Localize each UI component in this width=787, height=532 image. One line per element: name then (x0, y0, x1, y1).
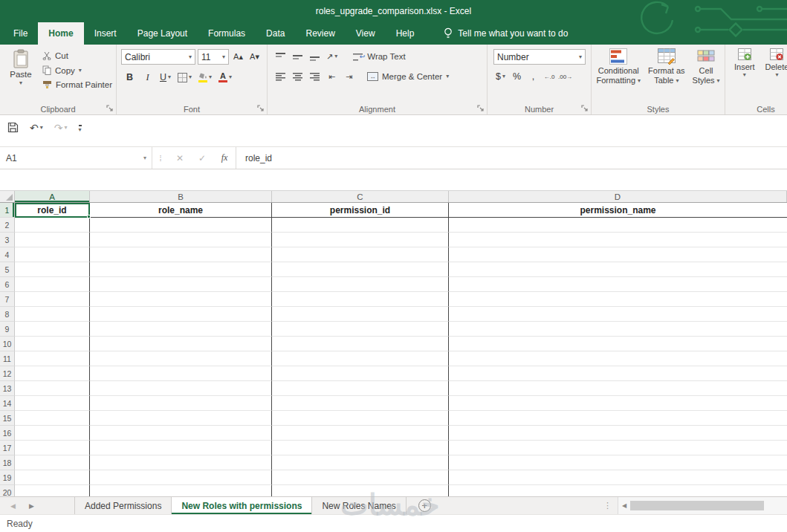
row-header-18[interactable]: 18 (0, 455, 15, 470)
cell-c16[interactable] (272, 426, 449, 441)
paste-button[interactable]: Paste ▾ (4, 47, 37, 90)
cell-b3[interactable] (90, 233, 272, 247)
cell-a17[interactable] (15, 441, 90, 455)
cell-b12[interactable] (90, 366, 272, 381)
cell-b6[interactable] (90, 277, 272, 292)
merge-center-button[interactable]: ↔ Merge & Center ▾ (365, 71, 451, 82)
row-header-19[interactable]: 19 (0, 470, 15, 485)
cell-b5[interactable] (90, 262, 272, 277)
cell-d17[interactable] (449, 441, 787, 455)
row-header-15[interactable]: 15 (0, 411, 15, 426)
align-right-button[interactable] (308, 69, 322, 84)
cell-c4[interactable] (272, 247, 449, 262)
cell-b2[interactable] (90, 218, 272, 233)
row-header-13[interactable]: 13 (0, 381, 15, 396)
cell-a6[interactable] (15, 277, 90, 292)
cell-d3[interactable] (449, 233, 787, 247)
increase-indent-button[interactable]: ⇥ (342, 69, 356, 84)
decrease-decimal-button[interactable]: .00→ (558, 70, 572, 83)
menu-tab-data[interactable]: Data (256, 22, 295, 45)
cell-b8[interactable] (90, 307, 272, 322)
format-painter-button[interactable]: Format Painter (40, 80, 114, 90)
column-header-a[interactable]: A (15, 191, 90, 202)
align-middle-button[interactable] (291, 49, 305, 64)
name-box[interactable]: A1 ▾ (0, 147, 152, 169)
cell-a1[interactable]: role_id (15, 203, 90, 218)
alignment-dialog-launcher[interactable] (477, 105, 485, 112)
row-header-4[interactable]: 4 (0, 247, 15, 262)
menu-tab-view[interactable]: View (346, 22, 386, 45)
cell-c20[interactable] (272, 485, 449, 496)
conditional-formatting-button[interactable]: Conditional Formatting▾ (593, 48, 644, 86)
sheet-tab-new-roles-with-permissions[interactable]: New Roles with permissions (172, 497, 312, 514)
menu-tab-file[interactable]: File (3, 22, 38, 45)
decrease-font-size-button[interactable]: A▾ (247, 50, 262, 65)
cell-b13[interactable] (90, 381, 272, 396)
currency-format-button[interactable]: $ ▾ (493, 69, 508, 84)
column-header-b[interactable]: B (90, 191, 272, 202)
cell-c10[interactable] (272, 337, 449, 351)
decrease-indent-button[interactable]: ⇤ (325, 69, 339, 84)
cell-b1[interactable]: role_name (90, 203, 272, 218)
row-header-6[interactable]: 6 (0, 277, 15, 292)
row-header-20[interactable]: 20 (0, 485, 15, 496)
cell-c3[interactable] (272, 233, 449, 247)
row-header-17[interactable]: 17 (0, 441, 15, 455)
cell-b11[interactable] (90, 351, 272, 366)
cell-b10[interactable] (90, 337, 272, 351)
cell-a19[interactable] (15, 470, 90, 485)
cell-d9[interactable] (449, 322, 787, 337)
cell-d7[interactable] (449, 292, 787, 307)
cell-c18[interactable] (272, 455, 449, 470)
sheet-nav-next-button[interactable]: ▶ (29, 502, 34, 510)
borders-button[interactable]: ▾ (176, 70, 193, 85)
percent-format-button[interactable]: % (510, 69, 524, 84)
cell-b16[interactable] (90, 426, 272, 441)
row-header-2[interactable]: 2 (0, 218, 15, 233)
cell-c9[interactable] (272, 322, 449, 337)
menu-tab-home[interactable]: Home (38, 22, 83, 45)
menu-tab-formulas[interactable]: Formulas (198, 22, 256, 45)
row-header-10[interactable]: 10 (0, 337, 15, 351)
align-center-button[interactable] (291, 69, 305, 84)
cut-button[interactable]: Cut (40, 51, 114, 61)
cell-a8[interactable] (15, 307, 90, 322)
sheet-tab-added-permissions[interactable]: Added Permissions (75, 497, 172, 514)
customize-quick-access-button[interactable]: ▾ (79, 125, 82, 133)
font-size-combo[interactable]: 11 ▾ (198, 49, 229, 65)
cell-b14[interactable] (90, 396, 272, 411)
sheet-nav-prev-button[interactable]: ◀ (10, 502, 16, 510)
cell-a2[interactable] (15, 218, 90, 233)
scroll-left-arrow[interactable]: ◀ (618, 502, 630, 509)
column-header-c[interactable]: C (272, 191, 449, 202)
cell-styles-button[interactable]: Cell Styles▾ (690, 48, 723, 86)
formula-input[interactable]: role_id (236, 147, 787, 169)
insert-cells-button[interactable]: Insert ▾ (731, 48, 758, 79)
clipboard-dialog-launcher[interactable] (106, 105, 114, 112)
cell-c19[interactable] (272, 470, 449, 485)
cell-a9[interactable] (15, 322, 90, 337)
scrollbar-thumb[interactable] (630, 501, 764, 510)
cell-a20[interactable] (15, 485, 90, 496)
cell-b18[interactable] (90, 455, 272, 470)
cell-a15[interactable] (15, 411, 90, 426)
cell-a13[interactable] (15, 381, 90, 396)
row-header-14[interactable]: 14 (0, 396, 15, 411)
cell-b4[interactable] (90, 247, 272, 262)
insert-function-button[interactable]: fx (213, 147, 236, 169)
cell-c17[interactable] (272, 441, 449, 455)
cell-d16[interactable] (449, 426, 787, 441)
cell-c8[interactable] (272, 307, 449, 322)
font-dialog-launcher[interactable] (257, 105, 265, 112)
cell-d1[interactable]: permission_name (449, 203, 787, 218)
enter-button[interactable]: ✓ (191, 147, 213, 169)
cell-d13[interactable] (449, 381, 787, 396)
cell-b9[interactable] (90, 322, 272, 337)
cancel-button[interactable]: ✕ (169, 147, 191, 169)
cell-d2[interactable] (449, 218, 787, 233)
tab-splitter-grip[interactable]: ⋮ (597, 497, 618, 514)
horizontal-scrollbar[interactable]: ◀ (618, 497, 787, 514)
cell-c15[interactable] (272, 411, 449, 426)
formula-bar-grip[interactable]: ⁞ (152, 147, 169, 169)
delete-cells-button[interactable]: Delete ▾ (762, 48, 787, 79)
